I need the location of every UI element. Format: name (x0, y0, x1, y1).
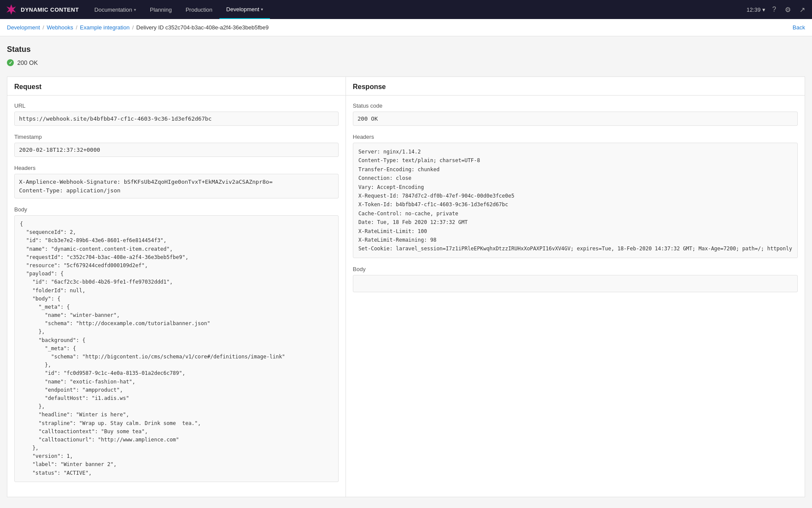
help-icon[interactable]: ? (771, 4, 778, 15)
response-body-value (353, 275, 798, 292)
response-panel-header: Response (346, 77, 805, 96)
request-panel-header: Request (7, 77, 346, 96)
url-field-group: URL https://webhook.site/b4bfbb47-cf1c-4… (14, 102, 339, 126)
breadcrumb-sep-2: / (76, 24, 77, 31)
nav-item-production[interactable]: Production (179, 0, 219, 19)
logo-text: DYNAMIC CONTENT (21, 6, 79, 13)
request-headers-field-group: Headers X-Amplience-Webhook-Signature: b… (14, 165, 339, 198)
response-body-label: Body (353, 266, 798, 272)
svg-marker-0 (6, 4, 16, 15)
breadcrumb-delivery-id: Delivery ID c352c704-b3ac-408e-a2f4-36e3… (136, 24, 269, 31)
main-content: Status ✓ 200 OK Request URL https://webh… (0, 36, 812, 506)
chevron-down-icon: ▾ (134, 7, 136, 12)
request-body-value: { "sequenceId": 2, "id": "8cb3e7e2-89b6-… (14, 215, 339, 482)
status-badge: ✓ 200 OK (7, 59, 805, 66)
status-section: Status ✓ 200 OK (7, 45, 805, 66)
nav-items: Documentation ▾ Planning Production Deve… (88, 0, 747, 19)
nav-item-documentation[interactable]: Documentation ▾ (88, 0, 143, 19)
timestamp-label: Timestamp (14, 134, 339, 140)
url-label: URL (14, 102, 339, 109)
breadcrumb-example-integration[interactable]: Example integration (80, 24, 130, 31)
request-headers-value: X-Amplience-Webhook-Signature: bSfKFsUb4… (14, 174, 339, 198)
request-panel-body: URL https://webhook.site/b4bfbb47-cf1c-4… (7, 96, 346, 497)
status-code-field-group: Status code 200 OK (353, 102, 798, 126)
request-headers-label: Headers (14, 165, 339, 171)
breadcrumb-webhooks[interactable]: Webhooks (47, 24, 73, 31)
response-headers-field-group: Headers Server: nginx/1.14.2 Content-Typ… (353, 134, 798, 258)
response-headers-label: Headers (353, 134, 798, 140)
logout-icon[interactable]: ↗ (798, 4, 807, 16)
nav-item-development[interactable]: Development ▾ (219, 0, 270, 19)
logo-area: DYNAMIC CONTENT (5, 3, 79, 16)
nav-item-planning[interactable]: Planning (143, 0, 179, 19)
response-headers-value: Server: nginx/1.14.2 Content-Type: text/… (353, 143, 798, 258)
settings-icon[interactable]: ⚙ (783, 4, 793, 16)
top-navigation: DYNAMIC CONTENT Documentation ▾ Planning… (0, 0, 812, 19)
request-body-field-group: Body { "sequenceId": 2, "id": "8cb3e7e2-… (14, 206, 339, 482)
response-body-field-group: Body (353, 266, 798, 292)
request-response-panels: Request URL https://webhook.site/b4bfbb4… (7, 77, 805, 497)
breadcrumb: Development / Webhooks / Example integra… (7, 24, 269, 31)
status-value: 200 OK (17, 59, 38, 66)
chevron-down-icon: ▾ (762, 6, 765, 13)
url-value: https://webhook.site/b4bfbb47-cf1c-4603-… (14, 112, 339, 126)
chevron-down-icon: ▾ (261, 7, 263, 12)
nav-time: 12:39 ▾ (747, 6, 766, 13)
request-panel: Request URL https://webhook.site/b4bfbb4… (7, 77, 346, 497)
timestamp-field-group: Timestamp 2020-02-18T12:37:32+0000 (14, 134, 339, 157)
status-code-value: 200 OK (353, 112, 798, 126)
breadcrumb-sep-1: / (43, 24, 44, 31)
back-button[interactable]: Back (793, 24, 805, 31)
response-panel: Response Status code 200 OK Headers Serv… (346, 77, 805, 497)
response-panel-body: Status code 200 OK Headers Server: nginx… (346, 96, 805, 307)
breadcrumb-development[interactable]: Development (7, 24, 40, 31)
status-ok-icon: ✓ (7, 59, 14, 66)
request-body-label: Body (14, 206, 339, 213)
breadcrumb-bar: Development / Webhooks / Example integra… (0, 19, 812, 36)
nav-right: 12:39 ▾ ? ⚙ ↗ (747, 4, 807, 16)
logo-icon (5, 3, 17, 16)
breadcrumb-sep-3: / (132, 24, 134, 31)
timestamp-value: 2020-02-18T12:37:32+0000 (14, 143, 339, 157)
status-title: Status (7, 45, 805, 54)
status-code-label: Status code (353, 102, 798, 109)
